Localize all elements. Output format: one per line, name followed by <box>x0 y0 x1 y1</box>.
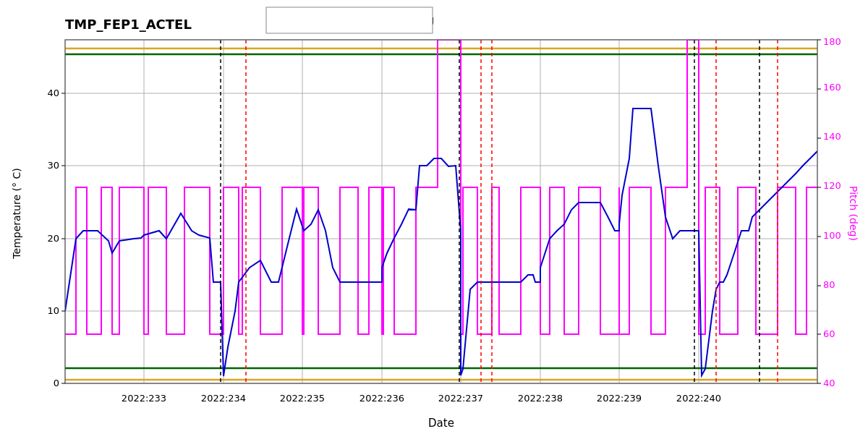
x-tick-238: 2022:238 <box>518 393 563 404</box>
chart-container: TMP_FEP1_ACTEL Yellow Planning Date Temp… <box>0 0 868 434</box>
x-tick-234: 2022:234 <box>201 393 246 404</box>
y-right-axis-label: Pitch (deg) <box>848 186 859 241</box>
y-right-40: 40 <box>823 378 835 388</box>
y-right-140: 140 <box>823 131 841 142</box>
x-axis-label: Date <box>428 417 454 430</box>
y-left-0: 0 <box>54 378 59 388</box>
x-tick-239: 2022:239 <box>597 393 642 404</box>
y-right-100: 100 <box>823 230 841 241</box>
x-tick-240: 2022:240 <box>676 393 721 404</box>
x-tick-233: 2022:233 <box>122 393 166 404</box>
y-right-180: 180 <box>823 36 841 47</box>
svg-rect-45 <box>266 7 433 33</box>
y-left-axis-label: Temperature (° C) <box>11 168 22 259</box>
y-left-10: 10 <box>47 305 59 316</box>
y-left-20: 20 <box>47 233 59 244</box>
y-right-80: 80 <box>823 279 835 290</box>
y-right-160: 160 <box>823 82 841 93</box>
y-right-120: 120 <box>823 180 841 191</box>
x-tick-235: 2022:235 <box>280 393 325 404</box>
y-right-60: 60 <box>823 328 835 339</box>
y-left-40: 40 <box>47 88 59 98</box>
y-left-30: 30 <box>47 160 59 171</box>
x-tick-236: 2022:236 <box>359 393 404 404</box>
chart-title: TMP_FEP1_ACTEL <box>65 17 192 32</box>
x-tick-237: 2022:237 <box>438 393 483 404</box>
